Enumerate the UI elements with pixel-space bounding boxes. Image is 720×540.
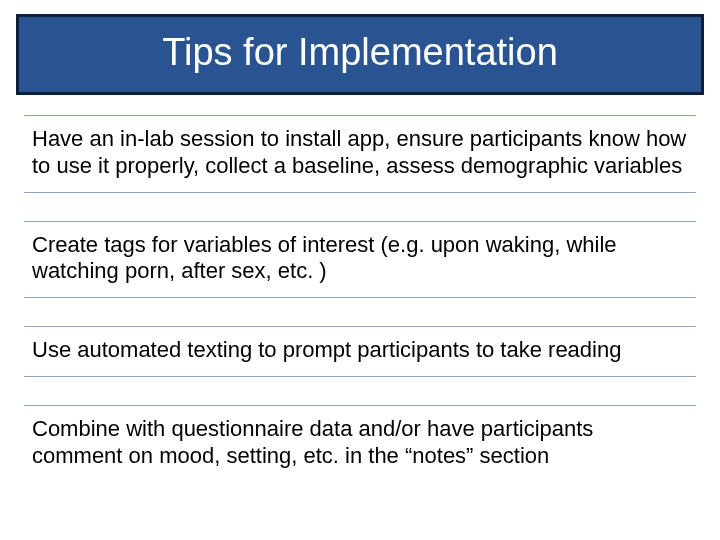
tip-item: Have an in-lab session to install app, e… [24,115,696,193]
tip-text: Create tags for variables of interest (e… [32,232,688,286]
tip-text: Have an in-lab session to install app, e… [32,126,688,180]
tip-item: Create tags for variables of interest (e… [24,221,696,299]
tip-item: Use automated texting to prompt particip… [24,326,696,377]
title-bar: Tips for Implementation [16,14,704,95]
content-area: Have an in-lab session to install app, e… [0,95,720,482]
tip-text: Use automated texting to prompt particip… [32,337,688,364]
tip-text: Combine with questionnaire data and/or h… [32,416,688,470]
page-title: Tips for Implementation [19,31,701,74]
tip-item: Combine with questionnaire data and/or h… [24,405,696,482]
